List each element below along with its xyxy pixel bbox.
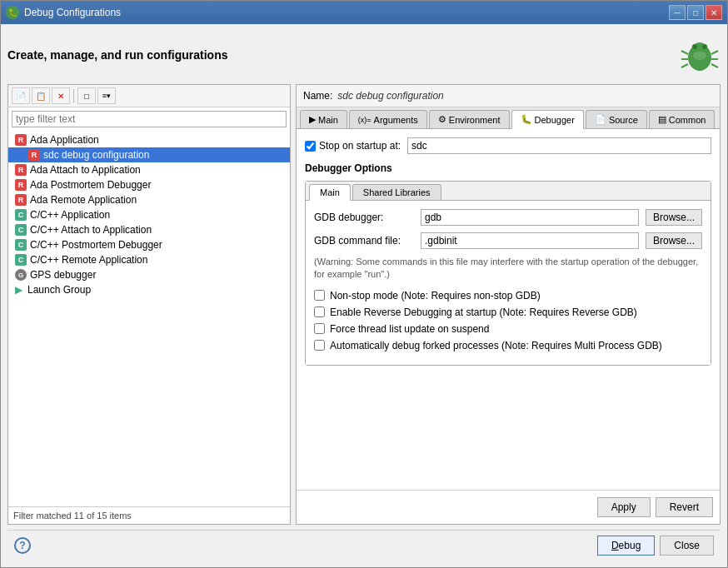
common-tab-icon: ▤ <box>658 114 666 125</box>
tree-item-sdc-debug[interactable]: R sdc debug configuration <box>8 147 290 162</box>
gdb-command-input[interactable] <box>421 232 639 249</box>
gdb-debugger-row: GDB debugger: Browse... <box>314 209 702 226</box>
right-panel: Name: sdc debug configuration ▶ Main (x)… <box>296 84 721 525</box>
reverse-debug-label: Enable Reverse Debugging at startup (Not… <box>330 306 637 318</box>
maximize-button[interactable]: □ <box>687 5 704 20</box>
auto-forked-checkbox[interactable] <box>314 340 325 351</box>
stop-on-startup-checkbox[interactable] <box>305 141 316 152</box>
footer-buttons: Debug Close <box>597 536 714 556</box>
config-toolbar: 📄 📋 ✕ □ ≡▾ <box>8 85 290 107</box>
common-tab-label: Common <box>669 115 706 125</box>
debug-label-rest: ebug <box>619 540 641 551</box>
left-panel: 📄 📋 ✕ □ ≡▾ R Ada Application R <box>7 84 291 525</box>
collapse-button[interactable]: □ <box>77 87 96 104</box>
nonstop-mode-checkbox[interactable] <box>314 290 325 301</box>
config-tree: R Ada Application R sdc debug configurat… <box>8 131 290 506</box>
apply-button[interactable]: Apply <box>597 497 651 517</box>
main-tab-icon: ▶ <box>309 114 316 125</box>
tree-item-gps[interactable]: G GPS debugger <box>8 267 290 282</box>
filter-status: Filter matched 11 of 15 items <box>8 506 290 524</box>
source-tab-label: Source <box>609 115 638 125</box>
toolbar-separator <box>73 89 74 102</box>
reverse-debug-checkbox[interactable] <box>314 306 325 317</box>
inner-tabs-bar: Main Shared Libraries <box>306 182 711 201</box>
tab-common[interactable]: ▤ Common <box>649 110 716 128</box>
stop-at-input[interactable] <box>407 137 711 154</box>
inner-tab-main[interactable]: Main <box>309 184 351 201</box>
force-thread-label: Force thread list update on suspend <box>330 323 489 335</box>
debugger-options-label: Debugger Options <box>305 162 711 174</box>
tree-item-ada-application[interactable]: R Ada Application <box>8 132 290 147</box>
tree-item-label: C/C++ Postmortem Debugger <box>30 239 162 251</box>
args-tab-icon: (x)= <box>358 116 371 124</box>
close-button[interactable]: Close <box>660 536 714 556</box>
help-button[interactable]: ? <box>14 537 31 554</box>
gdb-command-browse-button[interactable]: Browse... <box>646 232 702 249</box>
stop-on-startup-text: Stop on startup at: <box>319 140 401 152</box>
gdb-command-row: GDB command file: Browse... <box>314 232 702 249</box>
config-tabs: ▶ Main (x)= Arguments ⚙ Environment 🐛 De… <box>297 107 720 129</box>
svg-point-3 <box>702 44 707 49</box>
force-thread-checkbox[interactable] <box>314 323 325 334</box>
env-tab-label: Environment <box>449 115 501 125</box>
nonstop-mode-row: Non-stop mode (Note: Requires non-stop G… <box>314 290 702 301</box>
tree-item-label: GPS debugger <box>30 269 96 281</box>
window-title: Debug Configurations <box>24 7 121 18</box>
tree-item-label: Ada Application <box>30 134 99 146</box>
cpp-attach-badge: C <box>15 224 27 236</box>
debug-button[interactable]: Debug <box>597 536 655 556</box>
force-thread-row: Force thread list update on suspend <box>314 323 702 335</box>
tree-item-cpp-app[interactable]: C C/C++ Application <box>8 207 290 222</box>
revert-button[interactable]: Revert <box>656 497 713 517</box>
minimize-button[interactable]: ─ <box>669 5 686 20</box>
tree-item-launch-group[interactable]: ▶ Launch Group <box>8 282 290 297</box>
nonstop-mode-label: Non-stop mode (Note: Requires non-stop G… <box>330 290 541 301</box>
new-config-button[interactable]: 📄 <box>12 87 30 104</box>
gdb-debugger-browse-button[interactable]: Browse... <box>646 209 702 226</box>
tree-item-ada-attach[interactable]: R Ada Attach to Application <box>8 162 290 177</box>
tab-source[interactable]: 📄 Source <box>586 110 647 128</box>
tree-item-label: Ada Remote Application <box>30 194 137 206</box>
tree-item-ada-remote[interactable]: R Ada Remote Application <box>8 192 290 207</box>
gdb-debugger-label: GDB debugger: <box>314 212 414 223</box>
tree-item-cpp-remote[interactable]: C C/C++ Remote Application <box>8 252 290 267</box>
duplicate-config-button[interactable]: 📋 <box>32 87 50 104</box>
inner-tab-shared-libraries[interactable]: Shared Libraries <box>352 184 441 200</box>
svg-point-10 <box>693 52 706 60</box>
tab-debugger[interactable]: 🐛 Debugger <box>511 110 584 129</box>
name-label: Name: <box>303 90 332 102</box>
ada-attach-badge: R <box>15 164 27 176</box>
args-tab-label: Arguments <box>374 115 418 125</box>
sdc-badge: R <box>28 149 40 161</box>
tab-main[interactable]: ▶ Main <box>300 110 347 128</box>
delete-config-button[interactable]: ✕ <box>52 87 70 104</box>
filter-button[interactable]: ≡▾ <box>97 87 116 104</box>
tab-environment[interactable]: ⚙ Environment <box>429 110 510 128</box>
gdb-debugger-input[interactable] <box>421 209 639 226</box>
cpp-remote-badge: C <box>15 254 27 266</box>
name-row: Name: sdc debug configuration <box>297 85 720 107</box>
gdb-warning-text: (Warning: Some commands in this file may… <box>314 256 702 282</box>
tree-item-cpp-attach[interactable]: C C/C++ Attach to Application <box>8 222 290 237</box>
main-area: 📄 📋 ✕ □ ≡▾ R Ada Application R <box>7 84 721 525</box>
stop-on-startup-label[interactable]: Stop on startup at: <box>305 140 401 152</box>
tree-item-label: C/C++ Attach to Application <box>30 224 152 236</box>
ada-remote-badge: R <box>15 194 27 206</box>
env-tab-icon: ⚙ <box>438 114 446 125</box>
tree-item-ada-postmortem[interactable]: R Ada Postmortem Debugger <box>8 177 290 192</box>
auto-forked-label: Automatically debug forked processes (No… <box>330 340 662 351</box>
close-window-button[interactable]: ✕ <box>706 5 722 20</box>
tab-arguments[interactable]: (x)= Arguments <box>349 110 427 128</box>
debugger-tab-icon: 🐛 <box>521 114 532 125</box>
svg-line-4 <box>681 51 688 54</box>
tree-item-label: sdc debug configuration <box>43 149 149 161</box>
svg-point-2 <box>692 44 697 49</box>
window-icon: 🐛 <box>6 6 19 19</box>
inner-tab-content: GDB debugger: Browse... GDB command file… <box>306 201 711 365</box>
tree-item-cpp-postmortem[interactable]: C C/C++ Postmortem Debugger <box>8 237 290 252</box>
bug-icon <box>679 34 721 76</box>
filter-input[interactable] <box>12 111 287 127</box>
debugger-config-content: Stop on startup at: Debugger Options Mai… <box>297 129 720 490</box>
title-buttons: ─ □ ✕ <box>669 5 722 20</box>
ada-post-badge: R <box>15 179 27 191</box>
